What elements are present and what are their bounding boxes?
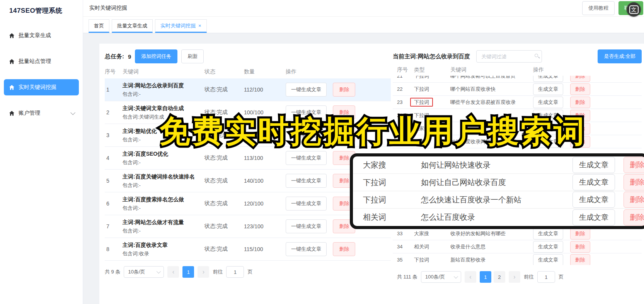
delete-button[interactable]: 删除 <box>570 241 590 253</box>
sidebar-item[interactable]: 账户管理 <box>4 105 79 121</box>
tab[interactable]: 实时关键词挖掘× <box>155 19 207 33</box>
delete-button[interactable]: 删除 <box>570 254 590 265</box>
delete-button[interactable]: 删除 <box>624 157 644 173</box>
next-page-button[interactable]: › <box>509 271 520 283</box>
row-keyword-cell: 主词:网站怎么做才有流量 包含词:- <box>123 218 204 235</box>
table-row[interactable]: 5 主词:百度关键词排名快速排名 包含词:- 状态:完成 140/100 一键生… <box>105 170 391 192</box>
generate-article-button[interactable]: 一键生成文章 <box>286 151 327 165</box>
total-tasks-value: 9 <box>128 53 131 60</box>
translate-extension-icon[interactable]: 文 <box>627 2 641 17</box>
generate-all-button[interactable]: 是否生成:全部 <box>598 49 642 63</box>
row-index: 6 <box>105 200 123 207</box>
delete-button[interactable]: 删除 <box>570 97 590 108</box>
generate-article-button[interactable]: 生成文章 <box>533 254 563 265</box>
refresh-button[interactable]: 刷新 <box>181 49 204 63</box>
total-count: 共 9 条 <box>105 268 120 275</box>
goto-page-input[interactable] <box>537 271 555 283</box>
delete-button[interactable]: 删除 <box>570 83 590 95</box>
row-actions: 生成文章 删除 <box>533 83 642 95</box>
table-row[interactable]: 23 下拉词 哪些平台发文容易被百度收录 生成文章 删除 <box>393 96 642 109</box>
add-task-button[interactable]: 添加挖词任务 <box>135 49 177 63</box>
row-quantity: 123/100 <box>244 223 286 229</box>
page-size-select[interactable]: 10条/页 <box>124 266 164 278</box>
generate-article-button[interactable]: 生成文章 <box>572 157 615 173</box>
delete-button[interactable]: 删除 <box>570 228 590 239</box>
row-quantity: 120/100 <box>244 200 286 207</box>
column-header-status: 状态 <box>204 68 244 75</box>
delete-button[interactable]: 删除 <box>624 174 644 190</box>
sidebar: 147SEO管理系统 批量文章生成 批量站点管理 实时关键词挖掘 <box>0 0 83 304</box>
tutorial-button[interactable]: 使用教程 <box>582 1 615 15</box>
table-row[interactable]: 35 下拉词 新站百度秒收录 生成文章 删除 <box>393 253 642 265</box>
sidebar-item[interactable]: 批量站点管理 <box>4 53 79 70</box>
generate-article-button[interactable]: 生成文章 <box>533 228 563 239</box>
delete-button[interactable]: 删除 <box>570 76 590 82</box>
generate-article-button[interactable]: 一键生成文章 <box>286 242 327 256</box>
row-keyword: 收录是什么意思 <box>450 243 533 250</box>
row-actions: 生成文章 删除 <box>533 97 642 108</box>
delete-button[interactable]: 删除 <box>333 83 355 97</box>
generate-article-button[interactable]: 生成文章 <box>533 83 563 95</box>
generate-article-button[interactable]: 一键生成文章 <box>286 174 327 188</box>
prev-page-button[interactable]: ‹ <box>465 271 476 283</box>
row-include-words: 包含词:- <box>123 204 204 212</box>
page-buttons: 1 <box>182 266 194 278</box>
generate-article-button[interactable]: 一键生成文章 <box>286 83 327 97</box>
table-row[interactable]: 22 下拉词 哪个网站百度收录快 生成文章 删除 <box>393 83 642 96</box>
row-actions: 生成文章 删除 <box>533 228 642 239</box>
next-page-button[interactable]: › <box>198 266 209 278</box>
row-index: 34 <box>397 244 414 250</box>
keyword-filter-input[interactable] <box>476 50 542 63</box>
generate-article-button[interactable]: 一键生成文章 <box>286 219 327 233</box>
delete-button[interactable]: 删除 <box>624 192 644 208</box>
column-header-keyword: 关键词 <box>123 68 204 75</box>
page-button[interactable]: 1 <box>182 266 194 278</box>
generate-article-button[interactable]: 一键生成文章 <box>286 197 327 211</box>
row-index: 4 <box>105 155 123 161</box>
generate-article-button[interactable]: 生成文章 <box>533 241 563 253</box>
row-keyword: 收录好的发帖网站有哪些 <box>450 230 533 237</box>
row-type-cell: 下拉词 <box>414 86 450 93</box>
table-row[interactable]: 21 下拉词 哪个网站发帖可以上百度首页 生成文章 删除 <box>393 76 642 83</box>
inset-table-row: 下拉词 怎么快速让百度收录一个新站 生成文章 删除 <box>353 191 644 209</box>
row-quantity: 140/100 <box>244 178 286 184</box>
tab[interactable]: 批量文章生成× <box>112 19 153 33</box>
row-status: 状态:完成 <box>204 177 244 184</box>
row-status: 状态:完成 <box>204 86 244 93</box>
inset-row-keyword: 如何让自己网站收录百度 <box>421 177 572 188</box>
generate-article-button[interactable]: 生成文章 <box>572 192 615 208</box>
delete-button[interactable]: 删除 <box>333 242 355 256</box>
generate-article-button[interactable]: 生成文章 <box>533 97 563 108</box>
table-row[interactable]: 1 主词:网站怎么收录到百度 包含词:- 状态:完成 112/100 一键生成文… <box>105 78 391 101</box>
generate-article-button[interactable]: 生成文章 <box>572 174 615 190</box>
promo-banner-text: 免费实时挖掘行业用户搜索词 <box>159 111 586 153</box>
page-size-select[interactable]: 100条/页 <box>421 271 461 283</box>
row-actions: 生成文章 删除 <box>533 254 642 265</box>
generate-article-button[interactable]: 生成文章 <box>572 209 615 226</box>
home-icon <box>9 33 15 39</box>
keywords-table-header: 序号 类型 关键词 操作 <box>393 64 642 76</box>
tab[interactable]: 首页× <box>89 19 109 33</box>
table-row[interactable]: 33 大家搜 收录好的发帖网站有哪些 生成文章 删除 <box>393 227 642 240</box>
sidebar-item[interactable]: 实时关键词挖掘 <box>4 79 79 95</box>
close-icon[interactable]: × <box>198 23 201 29</box>
row-index: 33 <box>397 231 414 236</box>
inset-row-type: 下拉词 <box>363 177 421 188</box>
goto-page-input[interactable] <box>226 266 244 278</box>
row-main-keyword: 主词:网站怎么做才有流量 <box>123 218 204 227</box>
inset-table-row: 相关词 怎么让百度收录 生成文章 删除 <box>353 209 644 226</box>
sidebar-item[interactable]: 批量文章生成 <box>4 27 79 44</box>
prev-page-button[interactable]: ‹ <box>167 266 179 278</box>
row-type: 下拉词 <box>410 98 433 107</box>
table-row[interactable]: 7 主词:网站怎么做才有流量 包含词:- 状态:完成 123/100 一键生成文… <box>105 215 391 238</box>
generate-article-button[interactable]: 生成文章 <box>533 76 563 82</box>
table-row[interactable]: 8 主词:百度收录文章 包含词:收录 状态:完成 115/100 一键生成文章 … <box>105 238 391 261</box>
page-button[interactable]: 2 <box>494 271 505 283</box>
table-row[interactable]: 34 相关词 收录是什么意思 生成文章 删除 <box>393 240 642 253</box>
page-button[interactable]: 1 <box>480 271 491 283</box>
row-index: 5 <box>105 178 123 184</box>
tab-label: 首页 <box>94 23 104 29</box>
table-row[interactable]: 6 主词:百度搜索排名怎么做 包含词:- 状态:完成 120/100 一键生成文… <box>105 192 391 215</box>
delete-button[interactable]: 删除 <box>624 209 644 226</box>
page-title: 实时关键词挖掘 <box>89 5 127 12</box>
